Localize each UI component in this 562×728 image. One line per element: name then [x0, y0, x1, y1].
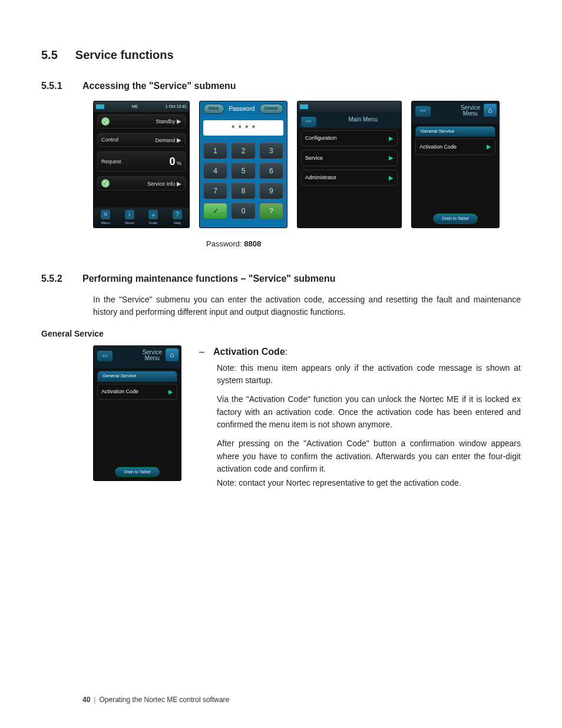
request-label: Request	[101, 158, 121, 165]
page-footer: 40|Operating the Nortec ME control softw…	[82, 695, 229, 704]
menu-item-administrator[interactable]: Administrator▶	[301, 170, 398, 186]
info-icon: i	[125, 210, 134, 219]
subsection-number: 5.5.2	[41, 272, 68, 285]
section-number: 5.5	[41, 47, 58, 63]
device-name: ME	[132, 104, 138, 109]
menu-item-activation-code[interactable]: Activation Code▶	[97, 384, 177, 400]
check-icon: ✓	[101, 179, 110, 187]
request-value: 0	[169, 156, 175, 167]
chevron-right-icon: ▶	[389, 154, 394, 162]
key-9[interactable]: 9	[259, 183, 283, 199]
section-title: Service functions	[75, 47, 174, 63]
drain-button[interactable]: Drain to Tablet	[115, 467, 159, 477]
subsection-title: Accessing the "Service" submenu	[82, 80, 236, 93]
demand-label[interactable]: Demand	[155, 137, 175, 143]
help-icon: ?	[173, 210, 182, 219]
key-2[interactable]: 2	[231, 143, 255, 159]
menu-item-configuration[interactable]: Configuration▶	[301, 130, 398, 147]
password-title: Password	[229, 105, 254, 113]
screen-service-menu: << Service Menu ⌂ General Service Activa…	[411, 101, 500, 228]
password-dots: ****	[203, 120, 283, 136]
standby-label[interactable]: Standby	[156, 118, 175, 124]
about-button[interactable]: iAbout	[125, 210, 134, 225]
main-menu-title: Main Menu	[349, 117, 378, 123]
back-button[interactable]: <<	[97, 351, 113, 361]
key-help[interactable]: ?	[259, 203, 283, 219]
drain-icon: ⏚	[148, 210, 158, 219]
navigation-screenshots: ME1 Oct 13:41 ✓Standby ▶ ControlDemand ▶…	[93, 101, 521, 228]
password-caption: Password: 8808	[206, 239, 521, 249]
activation-paragraph-2: Via the "Activation Code" function you c…	[217, 393, 521, 431]
chevron-right-icon: ▶	[389, 134, 394, 143]
bottom-toolbar: ≡Menu iAbout ⏚Drain ?Help	[94, 207, 189, 228]
service-menu-title: Service Menu	[143, 350, 162, 361]
control-label: Control	[101, 136, 118, 143]
screen-home: ME1 Oct 13:41 ✓Standby ▶ ControlDemand ▶…	[93, 101, 190, 228]
back-button[interactable]: Back	[203, 104, 224, 114]
subsection-number: 5.5.1	[41, 80, 68, 93]
key-0[interactable]: 0	[231, 203, 255, 219]
service-menu-title: Service Menu	[461, 105, 480, 117]
subsection-title: Performing maintenance functions – "Serv…	[82, 272, 336, 285]
menu-item-activation-code[interactable]: Activation Code▶	[415, 139, 495, 155]
key-3[interactable]: 3	[259, 143, 283, 159]
chevron-right-icon: ▶	[487, 143, 491, 151]
back-button[interactable]: <<	[301, 117, 316, 127]
chevron-right-icon: ▶	[168, 388, 173, 396]
key-6[interactable]: 6	[259, 163, 283, 179]
activation-paragraph-3: After pressing on the "Activation Code" …	[217, 437, 521, 476]
key-4[interactable]: 4	[203, 163, 227, 179]
key-confirm[interactable]: ✓	[203, 203, 227, 219]
key-5[interactable]: 5	[231, 163, 255, 179]
intro-paragraph: In the "Service" submenu you can enter t…	[93, 294, 521, 319]
key-1[interactable]: 1	[203, 143, 227, 159]
help-button[interactable]: ?Help	[173, 210, 182, 225]
tab-general-service[interactable]: General Service	[415, 126, 495, 137]
key-8[interactable]: 8	[231, 183, 255, 199]
screen-password: Back Password Delete **** 1 2 3 4 5 6 7 …	[199, 101, 287, 228]
wave-icon	[300, 104, 308, 109]
menu-button[interactable]: ≡Menu	[101, 210, 110, 225]
back-button[interactable]: <<	[415, 106, 431, 117]
drain-button[interactable]: ⏚Drain	[148, 210, 158, 225]
activation-code-heading: Activation Code	[213, 347, 285, 357]
home-icon[interactable]: ⌂	[484, 104, 497, 117]
screen-service-menu-small: << Service Menu ⌂ General Service Activa…	[93, 345, 181, 481]
datetime: 1 Oct 13:41	[166, 104, 187, 109]
tab-general-service[interactable]: General Service	[97, 371, 177, 382]
drain-button[interactable]: Drain to Tablet	[433, 213, 477, 223]
menu-item-service[interactable]: Service▶	[301, 150, 398, 166]
home-icon[interactable]: ⌂	[166, 348, 178, 361]
keypad: 1 2 3 4 5 6 7 8 9 ✓ 0 ?	[200, 139, 287, 223]
service-info-label[interactable]: Service Info	[147, 181, 176, 187]
bullet-dash: –	[199, 345, 206, 358]
activation-note-1: Note: this menu item appears only if the…	[217, 362, 521, 387]
screen-main-menu: << Main Menu Configuration▶ Service▶ Adm…	[297, 101, 402, 228]
general-service-heading: General Service	[41, 328, 521, 340]
check-icon: ✓	[101, 117, 110, 126]
menu-icon: ≡	[101, 210, 110, 219]
delete-button[interactable]: Delete	[259, 104, 283, 114]
wave-icon	[96, 104, 104, 109]
activation-note-4: Note: contact your Nortec representative…	[217, 477, 521, 490]
key-7[interactable]: 7	[203, 183, 227, 199]
percent-unit: %	[177, 160, 181, 166]
chevron-right-icon: ▶	[389, 174, 394, 182]
